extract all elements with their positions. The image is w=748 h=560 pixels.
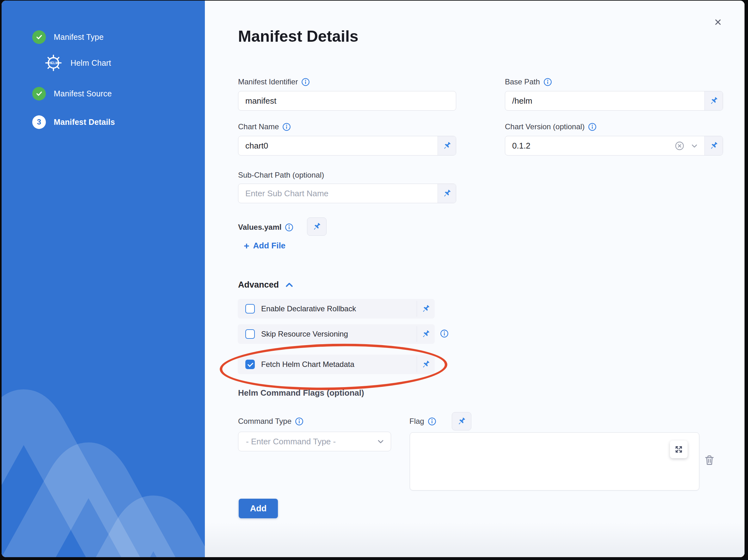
command-type-label-row: Command Type: [238, 416, 304, 426]
close-button[interactable]: [710, 15, 726, 30]
chart-version-label: Chart Version (optional): [505, 122, 585, 131]
values-yaml-label-row: Values.yaml: [238, 222, 294, 232]
info-icon[interactable]: [301, 78, 310, 86]
chart-name-label: Chart Name: [238, 122, 279, 131]
info-icon[interactable]: [428, 417, 436, 426]
step-label: Manifest Details: [54, 118, 115, 127]
manifest-identifier-input[interactable]: [238, 91, 456, 110]
pin-icon: [457, 416, 466, 426]
command-type-label: Command Type: [238, 417, 291, 426]
chevron-down-icon: [376, 437, 385, 446]
clear-value-icon[interactable]: [675, 141, 684, 151]
skip-resource-versioning-checkbox[interactable]: [245, 329, 255, 339]
chevron-up-icon: [284, 280, 294, 290]
step-label: Manifest Source: [54, 89, 112, 98]
info-icon[interactable]: [588, 123, 597, 131]
flag-pin-button[interactable]: [452, 412, 471, 431]
skip-resource-versioning-pin-button[interactable]: [417, 326, 435, 342]
info-icon[interactable]: [295, 417, 304, 426]
enable-declarative-rollback-checkbox[interactable]: [245, 304, 255, 314]
manifest-identifier-group: [238, 91, 456, 111]
add-button[interactable]: Add: [239, 499, 278, 518]
pin-icon: [421, 360, 430, 369]
info-icon[interactable]: [543, 78, 552, 86]
pin-icon: [709, 96, 719, 105]
add-file-label: Add File: [253, 241, 286, 251]
plus-icon: +: [244, 241, 250, 251]
chart-name-label-row: Chart Name: [238, 122, 291, 131]
sidebar-step-manifest-details[interactable]: 3 Manifest Details: [32, 115, 115, 129]
expand-icon: [674, 445, 683, 454]
chart-version-label-row: Chart Version (optional): [505, 122, 597, 131]
command-type-select[interactable]: - Enter Command Type -: [238, 432, 391, 451]
pin-icon: [442, 141, 452, 150]
chevron-down-icon[interactable]: [690, 142, 699, 150]
step-label: Manifest Type: [54, 32, 104, 42]
chart-version-pin-button[interactable]: [704, 136, 723, 155]
option-row-enable-declarative-rollback: Enable Declarative Rollback: [238, 299, 435, 319]
step-complete-check-icon: [32, 30, 46, 44]
info-icon[interactable]: [282, 123, 291, 131]
sidebar-step-helm-chart: Helm Chart: [44, 56, 111, 70]
manifest-identifier-label: Manifest Identifier: [238, 77, 298, 86]
pin-icon: [421, 304, 430, 314]
helm-wheel-icon: [44, 54, 63, 72]
expand-editor-button[interactable]: [670, 441, 687, 458]
add-file-button[interactable]: + Add File: [244, 241, 285, 251]
option-row-skip-resource-versioning: Skip Resource Versioning: [238, 324, 435, 344]
sub-chart-path-label-row: Sub-Chart Path (optional): [238, 170, 324, 180]
base-path-group: [505, 91, 723, 111]
flag-label: Flag: [410, 417, 424, 426]
checkbox-label: Enable Declarative Rollback: [261, 305, 417, 313]
flag-label-row: Flag: [410, 416, 436, 426]
sidebar-step-manifest-source[interactable]: Manifest Source: [32, 86, 112, 101]
helm-command-flags-label: Helm Command Flags (optional): [238, 388, 364, 398]
chart-version-input[interactable]: [505, 136, 675, 155]
manifest-identifier-label-row: Manifest Identifier: [238, 77, 310, 87]
chart-name-input[interactable]: [238, 136, 438, 155]
advanced-section-toggle[interactable]: Advanced: [238, 280, 294, 290]
step-number-badge: 3: [32, 115, 46, 129]
advanced-label: Advanced: [238, 280, 279, 290]
fetch-helm-chart-metadata-pin-button[interactable]: [417, 357, 435, 372]
sub-chart-path-group: [238, 184, 456, 203]
step-complete-check-icon: [32, 87, 46, 100]
base-path-input[interactable]: [505, 91, 704, 110]
sub-chart-path-label: Sub-Chart Path (optional): [238, 171, 324, 179]
info-icon[interactable]: [440, 329, 449, 338]
checkbox-label: Skip Resource Versioning: [261, 330, 417, 338]
sub-chart-path-pin-button[interactable]: [438, 184, 456, 203]
wizard-sidebar: Manifest Type Helm Chart Manifest Source…: [2, 1, 205, 557]
sidebar-step-manifest-type[interactable]: Manifest Type: [32, 30, 104, 44]
chart-name-group: [238, 136, 456, 155]
page-title: Manifest Details: [238, 27, 358, 46]
command-type-placeholder: - Enter Command Type -: [238, 437, 376, 446]
harness-watermark: [2, 1, 205, 557]
chart-version-group: [505, 136, 723, 155]
pin-icon: [442, 189, 452, 198]
delete-flag-button[interactable]: [703, 453, 716, 467]
option-row-fetch-helm-chart-metadata: Fetch Helm Chart Metadata: [238, 355, 435, 374]
pin-icon: [709, 141, 719, 150]
step-label: Helm Chart: [70, 58, 111, 68]
fetch-helm-chart-metadata-checkbox[interactable]: [245, 360, 255, 369]
sub-chart-path-input[interactable]: [238, 184, 438, 203]
trash-icon: [703, 454, 716, 467]
enable-declarative-rollback-pin-button[interactable]: [417, 301, 435, 317]
pin-icon: [421, 329, 430, 339]
chart-name-pin-button[interactable]: [438, 136, 456, 155]
base-path-label-row: Base Path: [505, 77, 552, 87]
flag-textarea[interactable]: [410, 432, 699, 490]
values-yaml-pin-button[interactable]: [307, 217, 327, 236]
base-path-label: Base Path: [505, 77, 540, 86]
manifest-wizard-dialog: Manifest Type Helm Chart Manifest Source…: [2, 1, 745, 557]
values-yaml-label: Values.yaml: [238, 223, 281, 232]
close-icon: [714, 18, 722, 27]
base-path-pin-button[interactable]: [704, 91, 723, 110]
pin-icon: [312, 222, 322, 231]
info-icon[interactable]: [285, 223, 294, 232]
checkbox-label: Fetch Helm Chart Metadata: [261, 360, 417, 369]
